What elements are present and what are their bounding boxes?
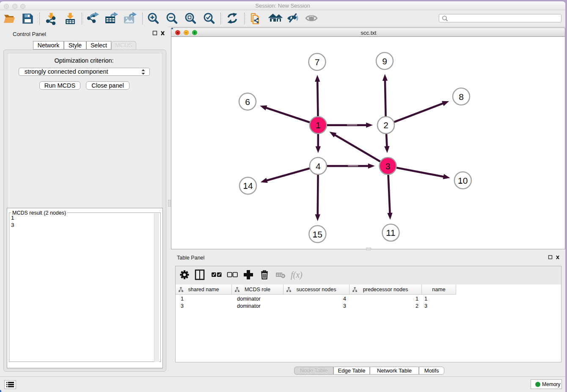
- svg-text:3: 3: [385, 161, 391, 171]
- svg-text:1: 1: [316, 120, 321, 130]
- svg-text:10: 10: [458, 176, 468, 185]
- svg-text:4: 4: [316, 161, 321, 171]
- svg-text:15: 15: [313, 229, 322, 239]
- svg-text:6: 6: [245, 97, 250, 107]
- svg-text:7: 7: [315, 57, 320, 67]
- svg-text:8: 8: [459, 92, 464, 102]
- svg-text:f(x): f(x): [291, 270, 303, 280]
- svg-text:11: 11: [386, 228, 396, 237]
- svg-text:14: 14: [243, 181, 253, 190]
- svg-text:2: 2: [383, 120, 388, 130]
- svg-text:9: 9: [382, 56, 387, 66]
